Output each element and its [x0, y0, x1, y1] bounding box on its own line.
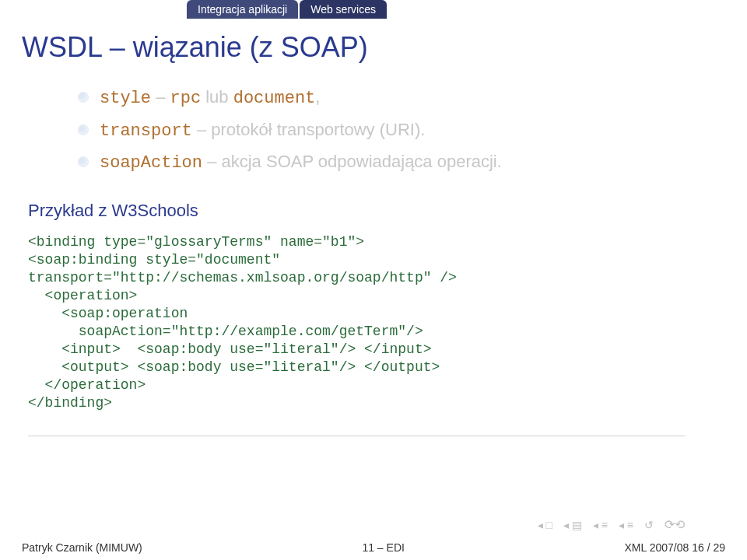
- tab-integracja: Integracja aplikacji: [187, 0, 298, 19]
- list-item: style – rpc lub document,: [78, 86, 700, 110]
- bullet-icon: [78, 156, 89, 167]
- block-title: Przykład z W3Schools: [28, 201, 198, 221]
- divider: [28, 436, 685, 436]
- nav-back-icon[interactable]: ◂ ≡: [593, 519, 608, 531]
- nav-prev-icon[interactable]: ◂ ▤: [563, 519, 582, 531]
- code-block: <binding type="glossaryTerms" name="b1">…: [28, 233, 685, 412]
- list-item: transport – protokół transportowy (URI).: [78, 118, 700, 143]
- page-title: WSDL – wiązanie (z SOAP): [22, 31, 368, 64]
- breadcrumb: Integracja aplikacji Web services: [187, 0, 387, 19]
- footer-author: Patryk Czarnik (MIMUW): [22, 541, 142, 554]
- footer-page: XML 2007/08 16 / 29: [625, 541, 725, 554]
- nav-first-icon[interactable]: ◂ □: [538, 519, 552, 531]
- bullet-icon: [78, 124, 89, 135]
- tab-webservices: Web services: [300, 0, 387, 19]
- bullet-text: transport – protokół transportowy (URI).: [100, 118, 425, 143]
- footer: Patryk Czarnik (MIMUW) 11 – EDI XML 2007…: [22, 541, 725, 554]
- bullet-icon: [78, 92, 89, 103]
- nav-controls: ◂ □ ◂ ▤ ◂ ≡ ◂ ≡ ↺ ⟳⟲: [538, 517, 685, 532]
- nav-loop-icon[interactable]: ⟳⟲: [665, 517, 685, 532]
- list-item: soapAction – akcja SOAP odpowiadająca op…: [78, 150, 700, 175]
- nav-next-icon[interactable]: ◂ ≡: [619, 519, 633, 531]
- footer-title: 11 – EDI: [362, 541, 404, 554]
- nav-undo-icon[interactable]: ↺: [644, 519, 654, 531]
- bullet-text: style – rpc lub document,: [100, 86, 320, 110]
- bullet-list: style – rpc lub document, transport – pr…: [78, 86, 700, 183]
- bullet-text: soapAction – akcja SOAP odpowiadająca op…: [100, 150, 502, 175]
